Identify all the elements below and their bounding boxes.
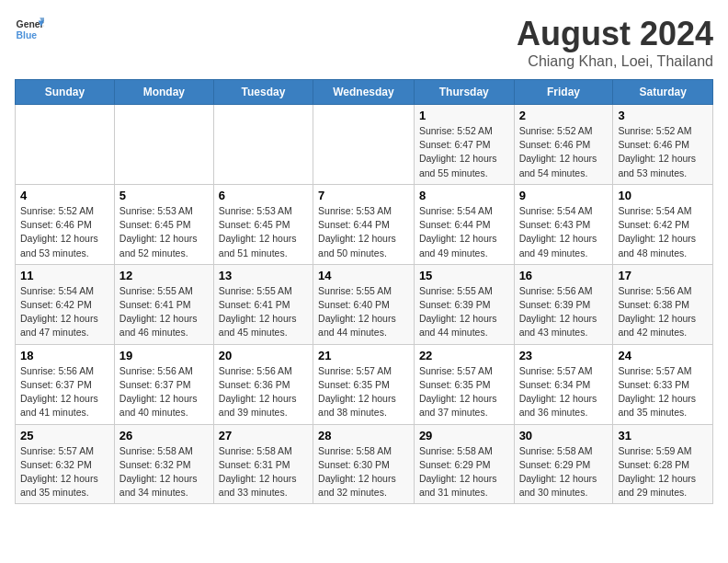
calendar-cell: 10Sunrise: 5:54 AM Sunset: 6:42 PM Dayli… xyxy=(613,184,713,264)
calendar-table: SundayMondayTuesdayWednesdayThursdayFrid… xyxy=(15,79,713,504)
logo-icon: General Blue xyxy=(15,15,44,44)
calendar-cell: 12Sunrise: 5:55 AM Sunset: 6:41 PM Dayli… xyxy=(114,264,213,344)
day-number: 26 xyxy=(119,429,209,442)
calendar-cell: 18Sunrise: 5:56 AM Sunset: 6:37 PM Dayli… xyxy=(16,344,115,424)
day-number: 22 xyxy=(419,349,509,362)
calendar-cell: 24Sunrise: 5:57 AM Sunset: 6:33 PM Dayli… xyxy=(613,344,713,424)
header-cell-saturday: Saturday xyxy=(613,80,713,105)
calendar-cell: 9Sunrise: 5:54 AM Sunset: 6:43 PM Daylig… xyxy=(514,184,613,264)
header-cell-monday: Monday xyxy=(114,80,213,105)
day-info: Sunrise: 5:52 AM Sunset: 6:47 PM Dayligh… xyxy=(419,124,509,180)
day-info: Sunrise: 5:55 AM Sunset: 6:40 PM Dayligh… xyxy=(318,284,409,340)
day-info: Sunrise: 5:57 AM Sunset: 6:35 PM Dayligh… xyxy=(419,364,509,420)
logo: General Blue xyxy=(15,15,44,44)
calendar-cell: 14Sunrise: 5:55 AM Sunset: 6:40 PM Dayli… xyxy=(313,264,415,344)
day-info: Sunrise: 5:52 AM Sunset: 6:46 PM Dayligh… xyxy=(519,124,609,180)
day-number: 15 xyxy=(419,269,509,282)
header-cell-friday: Friday xyxy=(514,80,613,105)
day-info: Sunrise: 5:59 AM Sunset: 6:28 PM Dayligh… xyxy=(618,444,708,500)
day-info: Sunrise: 5:54 AM Sunset: 6:44 PM Dayligh… xyxy=(419,204,509,260)
calendar-cell: 17Sunrise: 5:56 AM Sunset: 6:38 PM Dayli… xyxy=(613,264,713,344)
day-info: Sunrise: 5:53 AM Sunset: 6:45 PM Dayligh… xyxy=(119,204,209,260)
calendar-cell: 31Sunrise: 5:59 AM Sunset: 6:28 PM Dayli… xyxy=(613,424,713,504)
day-number: 18 xyxy=(20,349,109,362)
location: Chiang Khan, Loei, Thailand xyxy=(517,53,713,70)
day-info: Sunrise: 5:56 AM Sunset: 6:36 PM Dayligh… xyxy=(219,364,308,420)
calendar-cell: 8Sunrise: 5:54 AM Sunset: 6:44 PM Daylig… xyxy=(414,184,514,264)
day-number: 12 xyxy=(119,269,209,282)
calendar-cell: 19Sunrise: 5:56 AM Sunset: 6:37 PM Dayli… xyxy=(114,344,213,424)
calendar-header: SundayMondayTuesdayWednesdayThursdayFrid… xyxy=(16,80,713,105)
calendar-cell: 30Sunrise: 5:58 AM Sunset: 6:29 PM Dayli… xyxy=(514,424,613,504)
day-number: 23 xyxy=(519,349,609,362)
calendar-week-5: 25Sunrise: 5:57 AM Sunset: 6:32 PM Dayli… xyxy=(16,424,713,504)
day-info: Sunrise: 5:57 AM Sunset: 6:35 PM Dayligh… xyxy=(318,364,409,420)
title-block: August 2024 Chiang Khan, Loei, Thailand xyxy=(517,15,713,70)
header-cell-wednesday: Wednesday xyxy=(313,80,415,105)
day-number: 17 xyxy=(618,269,708,282)
day-info: Sunrise: 5:55 AM Sunset: 6:39 PM Dayligh… xyxy=(419,284,509,340)
calendar-cell: 3Sunrise: 5:52 AM Sunset: 6:46 PM Daylig… xyxy=(613,105,713,185)
day-number: 4 xyxy=(20,189,109,202)
day-info: Sunrise: 5:53 AM Sunset: 6:44 PM Dayligh… xyxy=(318,204,409,260)
calendar-cell: 27Sunrise: 5:58 AM Sunset: 6:31 PM Dayli… xyxy=(213,424,313,504)
day-number: 13 xyxy=(219,269,308,282)
calendar-cell: 1Sunrise: 5:52 AM Sunset: 6:47 PM Daylig… xyxy=(414,105,514,185)
month-title: August 2024 xyxy=(517,15,713,53)
calendar-cell: 6Sunrise: 5:53 AM Sunset: 6:45 PM Daylig… xyxy=(213,184,313,264)
day-number: 24 xyxy=(618,349,708,362)
day-number: 25 xyxy=(20,429,109,442)
day-number: 29 xyxy=(419,429,509,442)
day-info: Sunrise: 5:56 AM Sunset: 6:37 PM Dayligh… xyxy=(119,364,209,420)
day-number: 11 xyxy=(20,269,109,282)
calendar-week-4: 18Sunrise: 5:56 AM Sunset: 6:37 PM Dayli… xyxy=(16,344,713,424)
day-number: 16 xyxy=(519,269,609,282)
day-number: 20 xyxy=(219,349,308,362)
day-info: Sunrise: 5:54 AM Sunset: 6:42 PM Dayligh… xyxy=(618,204,708,260)
day-number: 6 xyxy=(219,189,308,202)
day-info: Sunrise: 5:58 AM Sunset: 6:32 PM Dayligh… xyxy=(119,444,209,500)
calendar-cell: 16Sunrise: 5:56 AM Sunset: 6:39 PM Dayli… xyxy=(514,264,613,344)
calendar-cell: 26Sunrise: 5:58 AM Sunset: 6:32 PM Dayli… xyxy=(114,424,213,504)
day-number: 7 xyxy=(318,189,409,202)
calendar-cell: 2Sunrise: 5:52 AM Sunset: 6:46 PM Daylig… xyxy=(514,105,613,185)
calendar-cell: 20Sunrise: 5:56 AM Sunset: 6:36 PM Dayli… xyxy=(213,344,313,424)
header-cell-sunday: Sunday xyxy=(16,80,115,105)
calendar-cell xyxy=(313,105,415,185)
day-info: Sunrise: 5:52 AM Sunset: 6:46 PM Dayligh… xyxy=(20,204,109,260)
day-info: Sunrise: 5:58 AM Sunset: 6:29 PM Dayligh… xyxy=(519,444,609,500)
calendar-cell: 29Sunrise: 5:58 AM Sunset: 6:29 PM Dayli… xyxy=(414,424,514,504)
day-number: 1 xyxy=(419,109,509,122)
calendar-week-3: 11Sunrise: 5:54 AM Sunset: 6:42 PM Dayli… xyxy=(16,264,713,344)
header-row: SundayMondayTuesdayWednesdayThursdayFrid… xyxy=(16,80,713,105)
day-number: 28 xyxy=(318,429,409,442)
day-number: 8 xyxy=(419,189,509,202)
day-number: 31 xyxy=(618,429,708,442)
day-info: Sunrise: 5:56 AM Sunset: 6:37 PM Dayligh… xyxy=(20,364,109,420)
header-cell-thursday: Thursday xyxy=(414,80,514,105)
calendar-cell: 7Sunrise: 5:53 AM Sunset: 6:44 PM Daylig… xyxy=(313,184,415,264)
day-info: Sunrise: 5:56 AM Sunset: 6:38 PM Dayligh… xyxy=(618,284,708,340)
day-info: Sunrise: 5:52 AM Sunset: 6:46 PM Dayligh… xyxy=(618,124,708,180)
calendar-week-2: 4Sunrise: 5:52 AM Sunset: 6:46 PM Daylig… xyxy=(16,184,713,264)
day-info: Sunrise: 5:54 AM Sunset: 6:42 PM Dayligh… xyxy=(20,284,109,340)
calendar-cell: 25Sunrise: 5:57 AM Sunset: 6:32 PM Dayli… xyxy=(16,424,115,504)
day-number: 30 xyxy=(519,429,609,442)
day-number: 19 xyxy=(119,349,209,362)
day-info: Sunrise: 5:54 AM Sunset: 6:43 PM Dayligh… xyxy=(519,204,609,260)
day-info: Sunrise: 5:53 AM Sunset: 6:45 PM Dayligh… xyxy=(219,204,308,260)
day-number: 21 xyxy=(318,349,409,362)
day-info: Sunrise: 5:58 AM Sunset: 6:31 PM Dayligh… xyxy=(219,444,308,500)
calendar-cell: 5Sunrise: 5:53 AM Sunset: 6:45 PM Daylig… xyxy=(114,184,213,264)
calendar-cell: 4Sunrise: 5:52 AM Sunset: 6:46 PM Daylig… xyxy=(16,184,115,264)
day-info: Sunrise: 5:56 AM Sunset: 6:39 PM Dayligh… xyxy=(519,284,609,340)
page-header: General Blue August 2024 Chiang Khan, Lo… xyxy=(15,15,713,70)
calendar-cell xyxy=(213,105,313,185)
calendar-cell xyxy=(16,105,115,185)
day-number: 9 xyxy=(519,189,609,202)
calendar-cell: 21Sunrise: 5:57 AM Sunset: 6:35 PM Dayli… xyxy=(313,344,415,424)
calendar-cell xyxy=(114,105,213,185)
calendar-cell: 28Sunrise: 5:58 AM Sunset: 6:30 PM Dayli… xyxy=(313,424,415,504)
day-number: 5 xyxy=(119,189,209,202)
header-cell-tuesday: Tuesday xyxy=(213,80,313,105)
